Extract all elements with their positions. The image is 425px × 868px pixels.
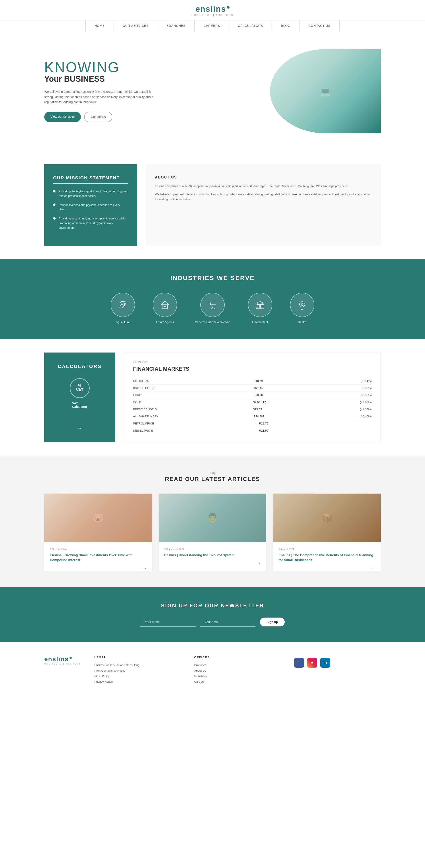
nav-calculators[interactable]: CALCULATORS [229, 20, 272, 31]
blog-title-0: Enslins | Growing Small Investments Over… [50, 553, 146, 563]
about-p2: We believe in personal interaction with … [155, 192, 372, 202]
logo-area: enslins OUDITEURE | AUDITORS [192, 4, 233, 17]
blog-title: READ OUR LATEST ARTICLES [44, 476, 381, 483]
blog-img-placeholder-0: 🐷 [44, 494, 152, 542]
nav-branches[interactable]: BRANCHES [158, 20, 195, 31]
footer-logo: enslins OUDITEURE | AUDITORS [44, 656, 81, 665]
footer-offices-link-3[interactable]: Careers [194, 680, 281, 683]
market-row-7: DIESEL PRICE R21.99 [133, 427, 372, 434]
footer-legal-title: LEGAL [94, 656, 181, 659]
newsletter-form: Sign up [44, 618, 381, 627]
blog-card-2[interactable]: 📦 6 August 2024 Enslins | The Comprehens… [273, 494, 381, 571]
industry-circle-government [248, 293, 272, 317]
newsletter-name-input[interactable] [140, 618, 196, 627]
footer-offices-link-2[interactable]: Industries [194, 675, 281, 678]
svg-point-5 [214, 307, 215, 308]
footer-offices-link-1[interactable]: About Us [194, 669, 281, 672]
blog-date-2: 6 August 2024 [279, 548, 375, 551]
nav-careers[interactable]: CAREERS [195, 20, 229, 31]
market-row-0: US DOLLAR R18.79 (-0.04%) [133, 377, 372, 384]
mission-title: OUR MISSION STATEMENT [53, 175, 128, 184]
blog-label: Blog [44, 471, 381, 474]
svg-point-4 [211, 307, 212, 308]
blog-title-2: Enslins | The Comprehensive Benefits of … [279, 553, 375, 563]
calculators-box: CALCULATORS % VAT VAT Calculator → [44, 352, 115, 442]
newsletter-section: SIGN UP FOR OUR NEWSLETTER Sign up [0, 587, 425, 642]
footer-offices-col: OFFICES Branches About Us Industries Car… [194, 656, 281, 686]
industry-label-health: Health [298, 320, 306, 324]
instagram-icon[interactable]: ● [307, 658, 317, 668]
mission-diamond-2 [53, 203, 56, 206]
blog-card-0[interactable]: 🐷 1 October 2024 Enslins | Growing Small… [44, 494, 152, 571]
industry-trade[interactable]: General Trade & Wholesale [195, 293, 230, 324]
hero-buttons: View our services Contact us [44, 112, 212, 122]
calculators-section: CALCULATORS % VAT VAT Calculator → 08 De… [0, 339, 425, 456]
home-icon [159, 299, 170, 310]
blog-date-1: 3 September 2024 [164, 548, 261, 551]
view-services-button[interactable]: View our services [44, 112, 81, 122]
footer-legal-link-3[interactable]: Privacy Notice [94, 680, 181, 683]
government-icon [255, 299, 266, 310]
blog-card-1[interactable]: 👨 3 September 2024 Enslins | Understandi… [159, 494, 266, 571]
vat-calculator-icon[interactable]: % VAT [70, 378, 90, 398]
markets-date: 08 Dec 2023 [133, 361, 372, 364]
mission-box: OUR MISSION STATEMENT Providing the high… [44, 164, 137, 246]
blog-arrow-1[interactable]: → [257, 561, 261, 565]
financial-markets-box: 08 Dec 2023 FINANCIAL MARKETS US DOLLAR … [124, 352, 381, 442]
markets-title: FINANCIAL MARKETS [133, 366, 372, 372]
blog-img-placeholder-1: 👨 [159, 494, 266, 542]
nav-contact[interactable]: CONTACT US [299, 20, 339, 31]
industry-estate-agents[interactable]: Estate Agents [153, 293, 177, 324]
industry-health[interactable]: Health [290, 293, 314, 324]
footer-legal-col: LEGAL Enslins Public Audit and Consultin… [94, 656, 181, 686]
industry-label-agriculture: Agriculture [116, 320, 130, 324]
industry-agriculture[interactable]: Agriculture [111, 293, 135, 324]
about-title: ABOUT US [155, 175, 372, 179]
blog-section: Blog READ OUR LATEST ARTICLES 🐷 1 Octobe… [0, 456, 425, 587]
svg-rect-2 [162, 305, 168, 309]
blog-date-0: 1 October 2024 [50, 548, 146, 551]
footer-legal-link-1[interactable]: PAIA Compliance Notice [94, 669, 181, 672]
svg-rect-9 [260, 305, 261, 308]
industry-circle-trade [200, 293, 225, 317]
linkedin-icon[interactable]: in [320, 658, 330, 668]
mission-diamond-1 [53, 190, 56, 193]
blog-title-1: Enslins | Understanding the Two-Pot Syst… [164, 553, 261, 558]
contact-us-button[interactable]: Contact us [84, 112, 112, 122]
facebook-icon[interactable]: f [294, 658, 304, 668]
nav-blog[interactable]: BLOG [272, 20, 299, 31]
svg-marker-1 [161, 301, 169, 305]
vat-calculator-label: VAT Calculator [72, 401, 87, 408]
footer: enslins OUDITEURE | AUDITORS LEGAL Ensli… [0, 642, 425, 699]
vat-calculator-arrow[interactable]: → [77, 425, 82, 431]
blog-grid: 🐷 1 October 2024 Enslins | Growing Small… [44, 494, 381, 571]
industry-circle-health [290, 293, 314, 317]
industry-label-government: Government [252, 320, 268, 324]
nav-home[interactable]: HOME [86, 20, 114, 31]
hero-img-placeholder: 💻 [270, 49, 381, 133]
industry-label-trade: General Trade & Wholesale [195, 320, 230, 324]
footer-offices-link-0[interactable]: Branches [194, 663, 281, 667]
blog-arrow-0[interactable]: → [142, 566, 146, 570]
markets-rows: US DOLLAR R18.79 (-0.04%) BRITISH POUND … [133, 377, 372, 434]
hero-text: KNOWING Your BUSINESS We believe in pers… [44, 60, 212, 122]
industry-circle-estate [153, 293, 177, 317]
mission-text-2: Responsiveness and personal attention to… [59, 203, 128, 212]
footer-logo-dot [69, 657, 72, 659]
footer-legal-link-2[interactable]: POPI Policy [94, 675, 181, 678]
blog-image-1: 👨 [159, 494, 266, 542]
svg-rect-3 [164, 306, 166, 309]
newsletter-email-input[interactable] [200, 618, 256, 627]
industry-government[interactable]: Government [248, 293, 272, 324]
mission-item-3: Providing exceptional, industry-specific… [53, 216, 128, 230]
hero-description: We believe in personal interaction with … [44, 89, 155, 105]
svg-rect-10 [262, 305, 263, 308]
newsletter-signup-button[interactable]: Sign up [260, 618, 285, 626]
blog-content-1: 3 September 2024 Enslins | Understanding… [159, 542, 266, 567]
footer-legal-link-0[interactable]: Enslins Public Audit and Consulting [94, 663, 181, 667]
about-p1: Enslins comprises of nine (9) independen… [155, 184, 372, 189]
blog-arrow-2[interactable]: → [371, 566, 375, 570]
industries-section: INDUSTRIES WE SERVE Agriculture [0, 259, 425, 339]
nav-services[interactable]: OUR SERVICES [114, 20, 158, 31]
market-row-3: GOLD $2 031.17 (+2.83%) [133, 399, 372, 406]
